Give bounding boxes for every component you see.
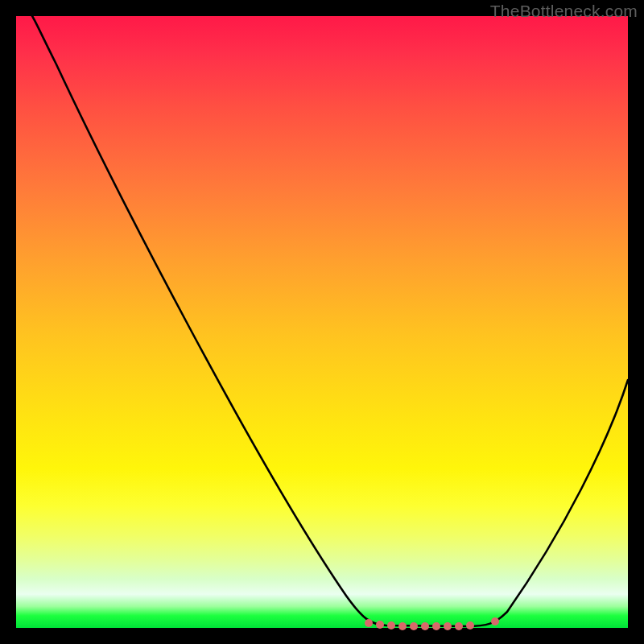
- svg-point-6: [432, 622, 440, 630]
- svg-point-10: [491, 617, 499, 625]
- optimal-marker-dots: [365, 617, 499, 630]
- svg-point-4: [410, 622, 418, 630]
- svg-point-3: [398, 622, 407, 630]
- bottleneck-curve: [32, 16, 628, 626]
- plot-area: [16, 16, 628, 628]
- svg-point-2: [387, 621, 395, 630]
- chart-frame: TheBottleneck.com: [0, 0, 644, 644]
- svg-point-5: [421, 622, 429, 630]
- svg-point-7: [444, 622, 452, 630]
- watermark-text: TheBottleneck.com: [490, 2, 638, 21]
- svg-point-9: [466, 621, 474, 630]
- svg-point-8: [455, 622, 463, 630]
- svg-point-0: [365, 619, 373, 627]
- svg-point-1: [376, 621, 384, 629]
- curve-layer: [16, 16, 628, 628]
